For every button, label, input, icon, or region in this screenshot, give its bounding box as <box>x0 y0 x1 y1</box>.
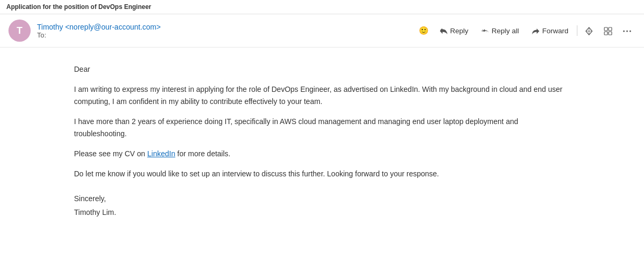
linkedin-link[interactable]: LinkedIn <box>148 149 176 158</box>
sender-section: T Timothy <noreply@our-account.com> To: <box>8 20 161 42</box>
svg-rect-2 <box>604 32 608 35</box>
greeting: Dear <box>74 63 570 75</box>
reply-all-label: Reply all <box>492 27 519 35</box>
reply-icon <box>439 26 448 35</box>
sender-name: Timothy <noreply@our-account.com> <box>37 23 161 31</box>
email-body: Dear I am writing to express my interest… <box>0 48 644 237</box>
paragraph-3-before: Please see my CV on <box>74 149 148 158</box>
sender-info: Timothy <noreply@our-account.com> To: <box>37 23 161 39</box>
immersive-reader-button[interactable] <box>581 22 597 39</box>
grid-icon <box>604 26 612 35</box>
email-subject: Application for the position of DevOps E… <box>6 3 151 11</box>
more-options-button[interactable] <box>619 22 636 39</box>
paragraph-4: Do let me know if you would like to set … <box>74 168 570 180</box>
reply-button[interactable]: Reply <box>434 23 474 38</box>
diamond-icon <box>585 26 593 35</box>
paragraph-2: I have more than 2 years of experience d… <box>74 116 570 139</box>
reply-all-icon <box>481 26 490 35</box>
react-button[interactable]: 🙂 <box>415 22 432 39</box>
paragraph-3: Please see my CV on LinkedIn for more de… <box>74 148 570 159</box>
signature-sincerely: Sincerely, <box>74 193 570 204</box>
signature-name: Timothy Lim. <box>74 206 570 218</box>
forward-button[interactable]: Forward <box>526 23 574 38</box>
forward-label: Forward <box>542 27 568 35</box>
more-icon <box>623 26 631 35</box>
action-buttons: 🙂 Reply Reply all <box>415 22 636 39</box>
forward-icon <box>531 26 540 35</box>
avatar: T <box>8 20 31 42</box>
svg-rect-1 <box>609 27 612 31</box>
sender-to: To: <box>37 31 161 39</box>
emoji-icon: 🙂 <box>419 26 429 35</box>
view-toggle-button[interactable] <box>600 22 617 39</box>
reply-all-button[interactable]: Reply all <box>476 23 525 38</box>
svg-rect-0 <box>604 27 608 31</box>
svg-rect-3 <box>609 32 612 35</box>
paragraph-1: I am writing to express my interest in a… <box>74 83 570 107</box>
reply-label: Reply <box>450 27 468 35</box>
email-signature: Sincerely, Timothy Lim. <box>74 193 570 219</box>
paragraph-3-after: for more details. <box>175 149 230 158</box>
svg-point-6 <box>630 31 631 32</box>
title-bar: Application for the position of DevOps E… <box>0 0 644 14</box>
email-header: T Timothy <noreply@our-account.com> To: … <box>0 14 644 48</box>
action-divider <box>577 25 577 36</box>
svg-point-4 <box>623 31 625 32</box>
svg-point-5 <box>627 31 628 32</box>
